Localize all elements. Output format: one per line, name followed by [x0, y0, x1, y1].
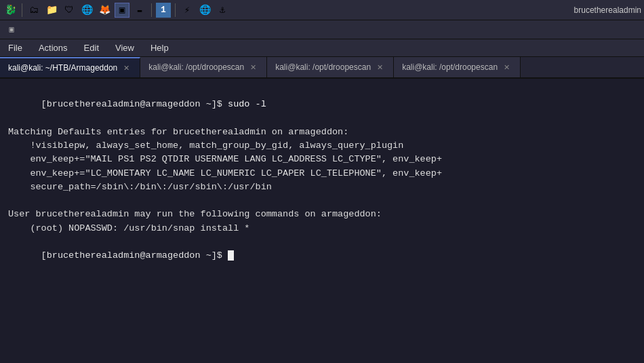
- terminal-icon[interactable]: ▣: [115, 3, 129, 18]
- prompt-final: [brucetherealadmin@armageddon ~]$: [41, 250, 228, 261]
- menu-bar: File Actions Edit View Help: [0, 39, 644, 57]
- prompt-0: [brucetherealadmin@armageddon ~]$: [41, 99, 228, 109]
- cmd-0: sudo -l: [228, 99, 266, 109]
- terminal-window-icon: ▣: [5, 24, 18, 36]
- terminal2-icon[interactable]: ▬: [132, 3, 147, 18]
- tab-2[interactable]: kali@kali: /opt/droopescan ✕: [267, 57, 394, 77]
- terminal-line-2: !visiblepw, always_set_home, match_group…: [8, 139, 636, 153]
- firefox-icon[interactable]: 🦊: [97, 3, 112, 18]
- terminal-line-6: [8, 194, 636, 208]
- terminal-line-8: (root) NOPASSWD: /usr/bin/snap install *: [8, 222, 636, 235]
- tab-3-label: kali@kali: /opt/droopescan: [402, 62, 498, 72]
- title-bar: ▣: [0, 20, 644, 39]
- tabs-bar: kali@kali: ~/HTB/Armageddon ✕ kali@kali:…: [0, 57, 644, 79]
- menu-edit[interactable]: Edit: [81, 41, 102, 54]
- menu-actions[interactable]: Actions: [36, 41, 71, 54]
- menu-help[interactable]: Help: [148, 41, 172, 54]
- terminal-line-4: env_keep+="LC_MONETARY LC_NAME LC_NUMERI…: [8, 167, 636, 180]
- terminal-line-9: [brucetherealadmin@armageddon ~]$: [8, 235, 636, 277]
- username-display: brucetherealadmin: [574, 5, 641, 15]
- bolt-icon[interactable]: ⚡: [180, 3, 195, 18]
- tab-1-label: kali@kali: /opt/droopescan: [148, 62, 244, 72]
- terminal-content[interactable]: [brucetherealadmin@armageddon ~]$ sudo -…: [0, 79, 644, 363]
- taskbar-sep-1: [22, 3, 22, 17]
- menu-file[interactable]: File: [5, 41, 25, 54]
- taskbar-sep-2: [151, 3, 152, 17]
- tab-2-close[interactable]: ✕: [375, 62, 385, 73]
- taskbar-sep-3: [175, 3, 176, 17]
- terminal-line-7: User brucetherealadmin may run the follo…: [8, 208, 636, 221]
- folder-icon[interactable]: 📁: [44, 3, 59, 18]
- tab-2-label: kali@kali: /opt/droopescan: [275, 62, 371, 72]
- files-icon[interactable]: 🗂: [26, 3, 41, 18]
- shield-icon[interactable]: 🛡: [62, 3, 77, 18]
- tab-0-label: kali@kali: ~/HTB/Armageddon: [8, 63, 117, 73]
- terminal-line-0: [brucetherealadmin@armageddon ~]$ sudo -…: [8, 84, 636, 126]
- workspace-num[interactable]: 1: [156, 3, 171, 18]
- terminal-line-5: secure_path=/sbin\:/bin\:/usr/sbin\:/usr…: [8, 180, 636, 194]
- tab-0-close[interactable]: ✕: [121, 63, 132, 73]
- taskbar: 🐉 🗂 📁 🛡 🌐 🦊 ▣ ▬ 1 ⚡ 🌐 ⚓ brucetherealadmi…: [0, 0, 644, 20]
- cursor: [228, 250, 234, 261]
- globe-icon[interactable]: 🌐: [197, 3, 212, 18]
- menu-view[interactable]: View: [113, 41, 137, 54]
- terminal-line-3: env_keep+="MAIL PS1 PS2 QTDIR USERNAME L…: [8, 153, 636, 166]
- tab-1[interactable]: kali@kali: /opt/droopescan ✕: [140, 57, 267, 77]
- tab-1-close[interactable]: ✕: [248, 62, 258, 73]
- browser-icon[interactable]: 🌐: [79, 3, 94, 18]
- anchor-icon[interactable]: ⚓: [215, 3, 230, 18]
- kali-dragon-icon[interactable]: 🐉: [3, 3, 18, 18]
- tab-0[interactable]: kali@kali: ~/HTB/Armageddon ✕: [0, 57, 140, 77]
- terminal-line-1: Matching Defaults entries for brucethere…: [8, 126, 636, 139]
- terminal-window: ▣ File Actions Edit View Help kali@kali:…: [0, 20, 644, 363]
- tab-3[interactable]: kali@kali: /opt/droopescan ✕: [394, 57, 521, 77]
- tab-3-close[interactable]: ✕: [502, 62, 512, 73]
